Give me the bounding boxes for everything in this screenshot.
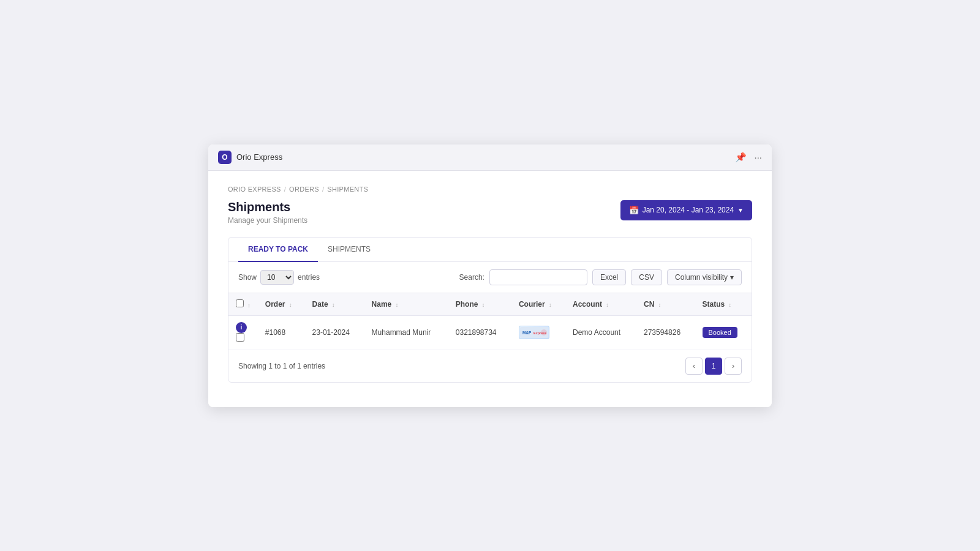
td-courier: M&P Express <box>511 315 565 350</box>
shipments-table: ↕ Order ↕ Date ↕ Name <box>228 293 752 350</box>
entries-info: Showing 1 to 1 of 1 entries <box>238 362 325 370</box>
browser-bar: O Orio Express 📌 ··· <box>208 144 772 171</box>
tab-ready-to-pack[interactable]: READY TO PACK <box>238 238 318 262</box>
breadcrumb-orio-express[interactable]: ORIO EXPRESS <box>228 186 281 193</box>
row-info-button[interactable]: i <box>236 322 247 333</box>
th-status[interactable]: Status ↕ <box>695 293 752 315</box>
table-footer: Showing 1 to 1 of 1 entries ‹ 1 › <box>228 350 752 382</box>
more-options-icon[interactable]: ··· <box>754 152 762 162</box>
th-name[interactable]: Name ↕ <box>364 293 448 315</box>
date-range-label: Jan 20, 2024 - Jan 23, 2024 <box>643 206 734 214</box>
excel-button[interactable]: Excel <box>592 269 626 285</box>
row-checkbox[interactable] <box>236 333 244 342</box>
courier-logo-image: M&P Express <box>519 326 549 339</box>
calendar-icon: 📅 <box>629 206 639 215</box>
th-cn[interactable]: CN ↕ <box>636 293 695 315</box>
svg-text:M&P: M&P <box>522 331 532 335</box>
th-courier[interactable]: Courier ↕ <box>511 293 565 315</box>
select-all-checkbox[interactable] <box>236 299 244 307</box>
next-page-button[interactable]: › <box>725 358 742 375</box>
table-wrap: ↕ Order ↕ Date ↕ Name <box>228 293 752 350</box>
td-status: Booked <box>695 315 752 350</box>
sort-icon-date: ↕ <box>332 302 335 308</box>
sort-icon-account: ↕ <box>606 302 609 308</box>
th-select: ↕ <box>228 293 258 315</box>
app-logo: O <box>218 151 232 164</box>
shipments-card: READY TO PACK SHIPMENTS Show 10 25 50 10… <box>228 237 752 383</box>
entries-label: entries <box>298 273 320 282</box>
th-order[interactable]: Order ↕ <box>258 293 305 315</box>
breadcrumb: ORIO EXPRESS / ORDERS / SHIPMENTS <box>228 186 752 193</box>
status-badge: Booked <box>703 327 737 338</box>
show-entries: Show 10 25 50 100 entries <box>238 270 320 285</box>
browser-bar-right: 📌 ··· <box>735 152 762 163</box>
sort-icon-courier: ↕ <box>549 302 552 308</box>
th-phone[interactable]: Phone ↕ <box>448 293 511 315</box>
browser-bar-left: O Orio Express <box>218 151 282 164</box>
td-phone: 0321898734 <box>448 315 511 350</box>
breadcrumb-shipments: SHIPMENTS <box>327 186 368 193</box>
td-date: 23-01-2024 <box>305 315 364 350</box>
page-title-block: Shipments Manage your Shipments <box>228 200 307 225</box>
sort-icon-phone: ↕ <box>482 302 485 308</box>
breadcrumb-orders[interactable]: ORDERS <box>289 186 319 193</box>
sort-icon-select: ↕ <box>247 302 251 309</box>
search-input[interactable] <box>489 269 587 285</box>
column-visibility-button[interactable]: Column visibility ▾ <box>667 269 742 285</box>
sort-icon-name: ↕ <box>396 302 399 308</box>
th-date[interactable]: Date ↕ <box>305 293 364 315</box>
page-1-button[interactable]: 1 <box>705 358 722 375</box>
breadcrumb-sep-1: / <box>284 186 286 193</box>
chevron-down-icon: ▼ <box>737 207 744 214</box>
courier-logo: M&P Express <box>519 326 549 339</box>
sort-icon-status: ↕ <box>729 302 732 308</box>
td-account: Demo Account <box>565 315 636 350</box>
page-subtitle: Manage your Shipments <box>228 216 307 225</box>
prev-page-button[interactable]: ‹ <box>685 358 703 375</box>
pagination: ‹ 1 › <box>685 358 742 375</box>
svg-point-3 <box>541 329 547 335</box>
tabs: READY TO PACK SHIPMENTS <box>228 238 752 262</box>
pin-icon[interactable]: 📌 <box>735 152 747 163</box>
table-body: i #1068 23-01-2024 Muhammad Munir 032189… <box>228 315 752 350</box>
col-vis-label: Column visibility <box>675 273 728 282</box>
table-header-row: ↕ Order ↕ Date ↕ Name <box>228 293 752 315</box>
main-content: ORIO EXPRESS / ORDERS / SHIPMENTS Shipme… <box>208 171 772 407</box>
entries-select[interactable]: 10 25 50 100 <box>260 270 294 285</box>
search-label: Search: <box>459 273 484 282</box>
td-order: #1068 <box>258 315 305 350</box>
th-account[interactable]: Account ↕ <box>565 293 636 315</box>
browser-window: O Orio Express 📌 ··· ORIO EXPRESS / ORDE… <box>208 144 772 407</box>
td-name: Muhammad Munir <box>364 315 448 350</box>
sort-icon-cn: ↕ <box>658 302 662 308</box>
table-controls: Show 10 25 50 100 entries Search: Excel … <box>228 262 752 293</box>
app-name: Orio Express <box>236 152 282 162</box>
col-vis-chevron-icon: ▾ <box>730 273 734 282</box>
search-area: Search: Excel CSV Column visibility ▾ <box>459 269 742 285</box>
page-header: Shipments Manage your Shipments 📅 Jan 20… <box>228 200 752 225</box>
sort-icon-order: ↕ <box>289 302 292 308</box>
date-range-button[interactable]: 📅 Jan 20, 2024 - Jan 23, 2024 ▼ <box>620 200 752 220</box>
tab-shipments[interactable]: SHIPMENTS <box>318 238 380 262</box>
td-select: i <box>228 315 258 350</box>
td-cn: 273594826 <box>636 315 695 350</box>
show-label: Show <box>238 273 257 282</box>
csv-button[interactable]: CSV <box>631 269 662 285</box>
page-title: Shipments <box>228 200 307 214</box>
breadcrumb-sep-2: / <box>322 186 324 193</box>
table-row: i #1068 23-01-2024 Muhammad Munir 032189… <box>228 315 752 350</box>
